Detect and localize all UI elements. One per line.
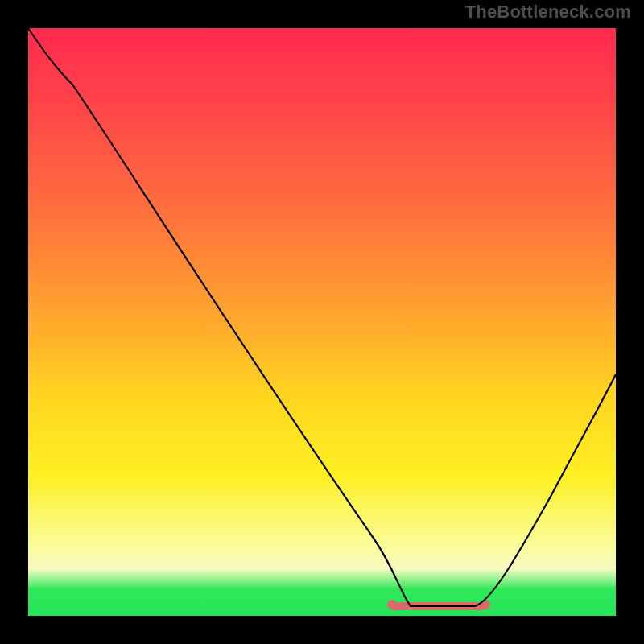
curve-layer — [28, 28, 616, 616]
optimal-flat-segment — [387, 600, 490, 609]
chart-frame: TheBottleneck.com — [0, 0, 644, 644]
gradient-plot-area — [28, 28, 616, 616]
bottleneck-curve — [28, 28, 616, 606]
attribution-text: TheBottleneck.com — [465, 2, 631, 23]
optimal-segment-start-dot — [387, 600, 397, 609]
